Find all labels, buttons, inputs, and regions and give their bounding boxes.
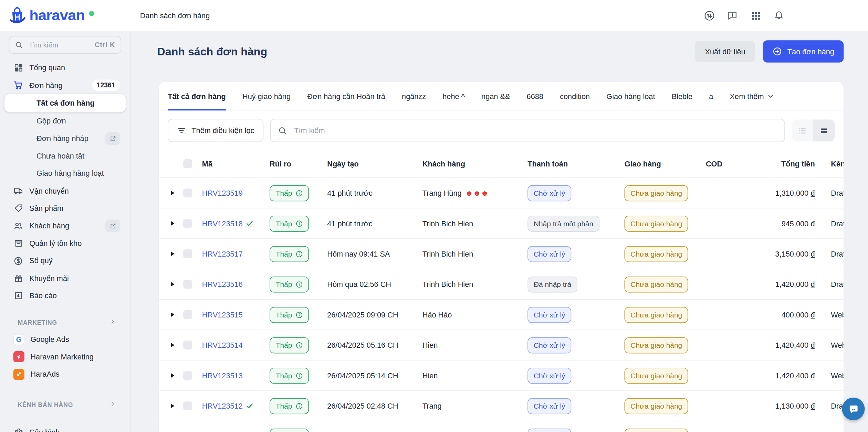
expand-row-button[interactable] (171, 312, 175, 317)
add-filter-button[interactable]: Thêm điều kiện lọc (168, 119, 264, 142)
sidebar-section-marketing[interactable]: MARKETING (4, 314, 126, 331)
sidebar-item-label: Cấu hình (29, 428, 60, 432)
tab-1[interactable]: Tất cả đơn hàng (168, 82, 226, 111)
sidebar-section-kenh-ban-hang[interactable]: KÊNH BÁN HÀNG (4, 396, 126, 413)
external-link-icon[interactable] (105, 132, 120, 145)
sidebar-item-khuyen-mai[interactable]: Khuyến mãi (4, 270, 126, 287)
tab-6[interactable]: ngan && (481, 82, 510, 111)
table-search[interactable] (270, 119, 785, 142)
column-header-pay: Thanh toán (527, 160, 624, 168)
shipping-status-badge: Chưa giao hàng (625, 185, 688, 201)
tab-3[interactable]: Đơn hàng cần Hoàn trả (307, 82, 385, 111)
sidebar-search-input[interactable] (28, 40, 90, 50)
cart-icon (13, 80, 23, 90)
created-date: 26/04/2025 05:14 CH (327, 371, 422, 380)
table-row[interactable]: HRV123514Thấp26/04/2025 05:16 CHHienChờ … (159, 330, 844, 360)
tab-2[interactable]: Huỷ giao hàng (242, 82, 291, 111)
order-code-link[interactable]: HRV123515 (202, 311, 243, 319)
table-toolbar: Thêm điều kiện lọc (159, 111, 844, 150)
tab-7[interactable]: 6688 (527, 82, 543, 111)
dashboard-icon (13, 63, 23, 73)
table-row[interactable]: HRV123515Thấp26/04/2025 09:09 CHHảo HảoC… (159, 300, 844, 330)
external-link-icon[interactable] (105, 219, 120, 232)
expand-row-button[interactable] (171, 282, 175, 287)
view-toggle-group (792, 119, 835, 141)
row-checkbox[interactable] (183, 371, 192, 380)
payment-status-badge: Chờ xử lý (527, 367, 571, 384)
tab-5[interactable]: hehe ^ (442, 82, 465, 111)
export-data-button[interactable]: Xuất dữ liệu (695, 41, 755, 62)
order-code-link[interactable]: HRV123517 (202, 250, 243, 258)
table-row[interactable]: HRV123512Thấp26/04/2025 02:48 CHTrangChờ… (159, 391, 844, 421)
select-all-checkbox[interactable] (183, 159, 192, 168)
table-search-input[interactable] (293, 126, 777, 135)
sidebar-item-don-hang[interactable]: Đơn hàng 12361 (4, 77, 126, 94)
sidebar-item-khach-hang[interactable]: Khách hàng (4, 217, 126, 235)
order-code-link[interactable]: HRV123519 (202, 189, 243, 197)
table-row[interactable]: HRV123517ThấpHôm nay 09:41 SATrinh Bich … (159, 239, 844, 269)
tab-10[interactable]: Bleble (672, 82, 692, 111)
order-code-link[interactable]: HRV123513 (202, 371, 243, 380)
haravan-marketing-icon (13, 351, 24, 362)
row-checkbox[interactable] (183, 280, 192, 289)
expand-row-button[interactable] (171, 404, 175, 408)
tab-9[interactable]: Giao hàng loạt (606, 82, 655, 111)
sidebar-item-giao-hang-hang-loat[interactable]: Giao hàng hàng loạt (4, 165, 126, 182)
order-code-link[interactable]: HRV123516 (202, 280, 243, 288)
order-code-link[interactable]: HRV123512 (202, 402, 254, 410)
table-row[interactable]: HRV123519Thấp41 phút trướcTrang HùngChờ … (159, 178, 844, 208)
info-icon (295, 190, 303, 197)
order-code-link[interactable]: HRV123518 (202, 219, 254, 227)
expand-row-button[interactable] (171, 252, 175, 256)
feedback-icon[interactable] (726, 9, 738, 21)
sidebar-item-tong-quan[interactable]: Tổng quan (4, 59, 126, 77)
list-view-toggle[interactable] (792, 119, 813, 141)
sidebar-item-van-chuyen[interactable]: Vận chuyển (4, 182, 126, 200)
tab-8[interactable]: condition (560, 82, 590, 111)
sidebar-search[interactable]: Ctrl K (9, 36, 121, 54)
expand-row-button[interactable] (171, 221, 175, 226)
row-checkbox[interactable] (183, 249, 192, 258)
sidebar-item-don-hang-nhap[interactable]: Đơn hàng nháp (4, 130, 126, 147)
sidebar-item-so-quy[interactable]: Sổ quỹ (4, 252, 126, 270)
column-header-cust: Khách hàng (422, 160, 527, 168)
expand-row-button[interactable] (171, 373, 175, 378)
apps-grid-icon[interactable] (750, 9, 762, 21)
sidebar-item-san-pham[interactable]: Sản phẩm (4, 200, 126, 217)
transfer-icon[interactable] (703, 9, 715, 21)
haravan-logo[interactable]: haravan (0, 6, 130, 25)
sidebar-item-gop-don[interactable]: Gộp đơn (4, 112, 126, 130)
tab-12[interactable]: Xem thêm (730, 82, 774, 111)
table-row[interactable]: HRV123518Thấp41 phút trướcTrinh Bich Hie… (159, 208, 844, 239)
table-row[interactable]: HRV123513Thấp26/04/2025 05:14 CHHienChờ … (159, 360, 844, 391)
table-row[interactable]: HRV123511Thấp26/04/2025 02:47 CHTrang Hù… (159, 421, 844, 432)
customer-name: Trinh Bich Hien (422, 219, 527, 227)
row-checkbox[interactable] (183, 310, 192, 319)
row-checkbox[interactable] (183, 188, 192, 197)
notifications-bell-icon[interactable] (773, 9, 785, 21)
sidebar-item-chua-hoan-tat[interactable]: Chưa hoàn tất (4, 147, 126, 165)
tab-11[interactable]: a (709, 82, 713, 111)
sidebar-item-quan-ly-ton-kho[interactable]: Quản lý tồn kho (4, 235, 126, 252)
row-checkbox[interactable] (183, 401, 192, 410)
total-amount: 945,000đ (756, 219, 815, 227)
row-checkbox[interactable] (183, 219, 192, 228)
sidebar-item-tat-ca-don-hang[interactable]: Tất cả đơn hàng (4, 94, 126, 112)
live-chat-bubble[interactable] (842, 398, 865, 420)
order-code-link[interactable]: HRV123514 (202, 341, 243, 349)
sidebar-item-google-ads[interactable]: G Google Ads (4, 331, 126, 348)
google-ads-icon: G (13, 334, 24, 345)
row-view-toggle[interactable] (813, 119, 835, 141)
expand-row-button[interactable] (171, 191, 175, 195)
sidebar-item-cau-hinh[interactable]: Cấu hình (4, 422, 126, 432)
tab-4[interactable]: ngânzz (402, 82, 426, 111)
row-checkbox[interactable] (183, 341, 192, 349)
info-icon (295, 281, 303, 288)
sidebar-item-haraads[interactable]: HaraAds (4, 366, 126, 383)
sidebar-item-haravan-marketing[interactable]: Haravan Marketing (4, 348, 126, 366)
tab-label: Tất cả đơn hàng (168, 92, 226, 100)
table-row[interactable]: HRV123516ThấpHôm qua 02:56 CHTrinh Bich … (159, 269, 844, 300)
sidebar-item-bao-cao[interactable]: Báo cáo (4, 287, 126, 305)
expand-row-button[interactable] (171, 343, 175, 347)
create-order-button[interactable]: Tạo đơn hàng (763, 40, 844, 62)
